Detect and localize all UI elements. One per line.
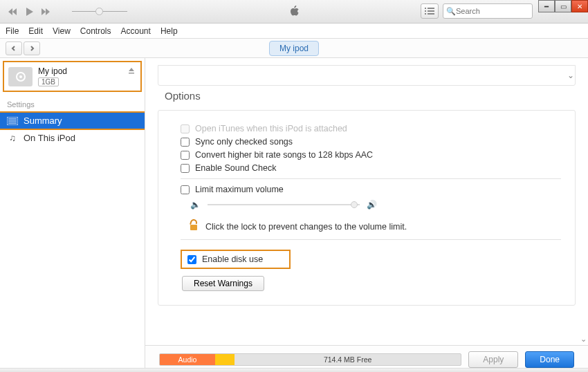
option-convert-bitrate[interactable]: Convert higher bit rate songs to 128 kbp… bbox=[181, 150, 561, 160]
minimize-button[interactable]: ━ bbox=[538, 0, 555, 12]
search-icon: 🔍 bbox=[446, 7, 456, 16]
options-panel: Open iTunes when this iPod is attached S… bbox=[158, 110, 576, 306]
volume-slider[interactable] bbox=[72, 11, 127, 12]
back-button[interactable] bbox=[6, 41, 22, 55]
summary-icon bbox=[7, 117, 18, 125]
playback-controls bbox=[0, 3, 58, 20]
maximize-button[interactable]: ▭ bbox=[555, 0, 571, 12]
sidebar: My ipod 1GB Settings Summary ♫ On This i… bbox=[0, 58, 145, 372]
menu-file[interactable]: File bbox=[6, 26, 19, 36]
scroll-down-icon[interactable]: ⌄ bbox=[580, 335, 587, 344]
close-button[interactable]: ✕ bbox=[571, 0, 588, 12]
checkbox bbox=[181, 124, 190, 133]
prev-track-button[interactable] bbox=[4, 3, 21, 20]
checkbox[interactable] bbox=[181, 164, 190, 173]
storage-segment-other bbox=[215, 354, 235, 365]
checkbox[interactable] bbox=[181, 185, 190, 194]
speaker-low-icon: 🔈 bbox=[190, 200, 201, 210]
menu-view[interactable]: View bbox=[53, 26, 71, 36]
menu-bar: File Edit View Controls Account Help bbox=[0, 24, 588, 39]
play-button[interactable] bbox=[21, 3, 37, 20]
window-bottom-edge bbox=[0, 368, 588, 372]
svg-point-1 bbox=[19, 75, 22, 78]
search-box[interactable]: 🔍 bbox=[443, 3, 533, 19]
section-label: Settings bbox=[0, 95, 145, 111]
device-row[interactable]: My ipod 1GB bbox=[3, 61, 142, 92]
sidebar-item-label: On This iPod bbox=[24, 133, 75, 143]
apple-logo-icon bbox=[289, 5, 300, 19]
storage-segment-audio: Audio bbox=[160, 354, 215, 365]
title-bar: 🔍 ━ ▭ ✕ bbox=[0, 0, 588, 24]
lock-hint-row: Click the lock to prevent changes to the… bbox=[189, 219, 561, 234]
option-enable-disk[interactable]: Enable disk use bbox=[181, 250, 291, 269]
option-limit-volume[interactable]: Limit maximum volume bbox=[181, 185, 561, 194]
device-name: My ipod bbox=[38, 66, 136, 76]
menu-help[interactable]: Help bbox=[160, 26, 178, 36]
nav-bar: My ipod bbox=[0, 39, 588, 58]
list-view-button[interactable] bbox=[421, 3, 439, 19]
lock-icon[interactable] bbox=[189, 219, 199, 234]
sidebar-item-summary[interactable]: Summary bbox=[0, 111, 145, 130]
svg-rect-3 bbox=[190, 225, 197, 230]
checkbox[interactable] bbox=[187, 255, 196, 264]
now-playing-display bbox=[177, 0, 412, 24]
music-note-icon: ♫ bbox=[7, 134, 18, 142]
storage-bar: Audio 714.4 MB Free bbox=[159, 353, 461, 366]
eject-button[interactable] bbox=[128, 66, 135, 76]
checkbox[interactable] bbox=[181, 138, 190, 147]
option-sound-check[interactable]: Enable Sound Check bbox=[181, 163, 561, 173]
sidebar-item-label: Summary bbox=[24, 115, 62, 126]
collapsed-panel: ⌄ bbox=[158, 65, 576, 86]
forward-button[interactable] bbox=[24, 41, 40, 55]
content-pane: ⌄ Options Open iTunes when this iPod is … bbox=[145, 58, 588, 372]
volume-limit-slider[interactable]: 🔈 🔊 bbox=[190, 200, 561, 210]
ipod-icon bbox=[8, 67, 33, 86]
window-controls: ━ ▭ ✕ bbox=[538, 0, 588, 12]
option-sync-checked[interactable]: Sync only checked songs bbox=[181, 137, 561, 147]
option-open-itunes: Open iTunes when this iPod is attached bbox=[181, 124, 561, 133]
sidebar-item-on-this-ipod[interactable]: ♫ On This iPod bbox=[0, 130, 145, 146]
chevron-down-icon[interactable]: ⌄ bbox=[567, 65, 575, 86]
checkbox[interactable] bbox=[181, 151, 190, 160]
menu-edit[interactable]: Edit bbox=[28, 26, 43, 36]
done-button[interactable]: Done bbox=[525, 351, 574, 368]
storage-segment-free: 714.4 MB Free bbox=[235, 354, 461, 365]
slider-knob[interactable] bbox=[351, 201, 358, 208]
device-tab[interactable]: My ipod bbox=[269, 41, 319, 56]
search-input[interactable] bbox=[456, 7, 529, 15]
menu-account[interactable]: Account bbox=[121, 26, 151, 36]
menu-controls[interactable]: Controls bbox=[80, 26, 111, 36]
apply-button[interactable]: Apply bbox=[468, 351, 518, 368]
lock-hint-text: Click the lock to prevent changes to the… bbox=[205, 222, 407, 232]
device-capacity: 1GB bbox=[38, 77, 59, 86]
section-title: Options bbox=[165, 90, 576, 102]
next-track-button[interactable] bbox=[37, 3, 54, 20]
speaker-high-icon: 🔊 bbox=[367, 200, 377, 210]
volume-knob[interactable] bbox=[95, 8, 103, 15]
reset-warnings-button[interactable]: Reset Warnings bbox=[182, 276, 264, 291]
